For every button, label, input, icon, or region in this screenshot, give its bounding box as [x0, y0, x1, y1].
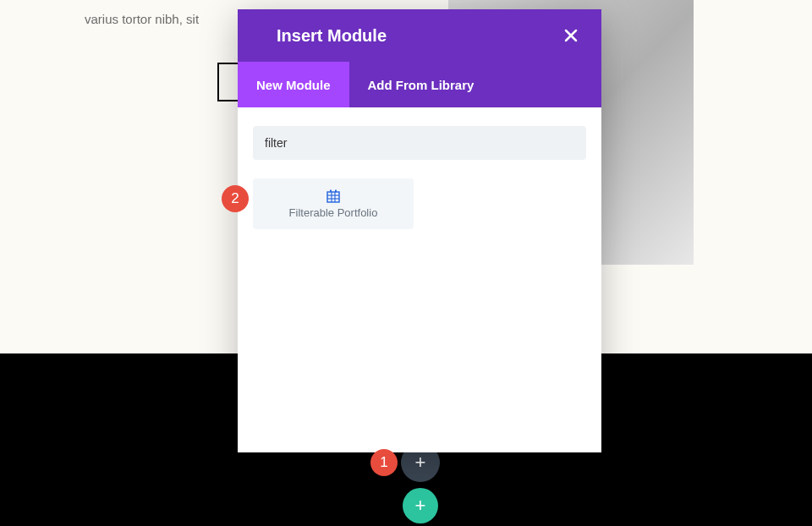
modal-body: Filterable Portfolio	[238, 107, 601, 452]
svg-rect-5	[330, 189, 332, 192]
tab-label: Add From Library	[368, 78, 475, 92]
module-grid: Filterable Portfolio	[253, 178, 586, 229]
module-filterable-portfolio[interactable]: Filterable Portfolio	[253, 178, 414, 229]
modal-tabs: New Module Add From Library	[238, 62, 601, 107]
annotation-marker-1: 1	[370, 449, 398, 476]
svg-rect-6	[335, 189, 337, 192]
module-label: Filterable Portfolio	[289, 206, 378, 219]
modal-title: Insert Module	[277, 26, 387, 46]
svg-rect-0	[327, 192, 339, 202]
tab-label: New Module	[256, 78, 331, 92]
module-search-input[interactable]	[253, 126, 586, 160]
background-text: varius tortor nibh, sit	[85, 12, 199, 26]
tab-new-module[interactable]: New Module	[238, 62, 349, 107]
tab-add-from-library[interactable]: Add From Library	[349, 62, 493, 107]
grid-icon	[326, 189, 340, 203]
plus-icon: +	[415, 452, 426, 474]
annotation-marker-2: 2	[222, 185, 249, 212]
add-row-button[interactable]: +	[403, 488, 438, 523]
plus-icon: +	[415, 495, 426, 517]
close-icon[interactable]	[561, 25, 581, 46]
modal-header: Insert Module	[238, 9, 601, 62]
insert-module-modal: Insert Module New Module Add From Librar…	[238, 9, 601, 452]
